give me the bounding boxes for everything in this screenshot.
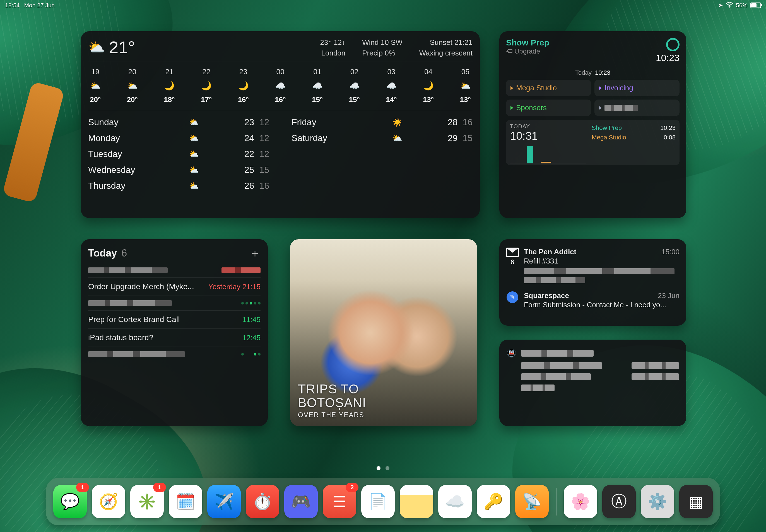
weather-hour: 02☁️15° [349, 66, 360, 105]
dock-app-overcast[interactable]: 📡 [515, 485, 549, 518]
weather-now-icon: ⛅ [88, 39, 105, 55]
badge: 1 [76, 483, 89, 492]
weather-hour: 22🌙17° [201, 66, 212, 105]
timery-elapsed: 10:23 [656, 52, 680, 63]
timery-tile-mega[interactable]: Mega Studio [506, 80, 591, 96]
mail-unread-count: 6 [511, 258, 514, 266]
dock-app-app-library[interactable]: ▦ [679, 485, 713, 518]
timery-stat-label: TODAY [510, 123, 586, 130]
weather-day-row: Monday⛅2412 [88, 130, 269, 146]
authy-icon: Ⓐ [611, 491, 627, 512]
dock-app-castro[interactable]: ☁️ [438, 485, 472, 518]
spark-icon: ✈️ [214, 492, 234, 511]
timery-tile-invoicing[interactable]: Invoicing [595, 80, 680, 96]
mail-item[interactable]: 6 The Pen Addict15:00 Refill #331 [506, 245, 680, 287]
dock-app-timery[interactable]: ⏱️ [246, 485, 279, 518]
timery-entry: Mega Studio0:08 [592, 133, 676, 142]
weather-day-row: Wednesday⛅2515 [88, 162, 269, 178]
draft-icon: ✎ [507, 291, 518, 303]
weather-hour: 03☁️14° [386, 66, 397, 105]
mail-from: Squarespace [524, 291, 569, 300]
weather-hour: 01☁️15° [312, 66, 323, 105]
dock-app-fantastical[interactable]: 🗓️ [169, 485, 202, 518]
reminder-item[interactable] [88, 347, 260, 361]
dock-app-1password[interactable]: 🔑 [477, 485, 510, 518]
weather-day-row: Tuesday⛅2212 [88, 146, 269, 162]
reminder-item[interactable]: Prep for Cortex Brand Call11:45 [88, 310, 260, 328]
mail-item[interactable]: ✎ Squarespace23 Jun Form Submission - Co… [506, 287, 680, 311]
page-dots[interactable] [376, 466, 390, 470]
dock-app-safari[interactable]: 🧭 [92, 485, 125, 518]
castro-icon: ☁️ [445, 492, 465, 511]
svg-point-0 [729, 6, 730, 8]
timery-today-row: Today 10:23 [506, 66, 680, 78]
safari-icon: 🧭 [99, 492, 118, 511]
reminders-widget[interactable]: Today 6 ＋ Order Upgrade Merch (Myke...Ye… [81, 239, 268, 426]
weather-day-row: Thursday⛅2616 [88, 178, 269, 194]
dock-app-photos[interactable]: 🌸 [564, 485, 597, 518]
overcast-icon: 📡 [522, 492, 542, 511]
dock-app-discord[interactable]: 🎮 [284, 485, 318, 518]
photos-widget[interactable]: TRIPS TOBOTOȘANI OVER THE YEARS [290, 239, 477, 426]
page-dot[interactable] [386, 466, 390, 470]
weather-widget[interactable]: ⛅ 21° 23↑ 12↓ London Wind 10 SW Precip 0… [81, 31, 480, 218]
photo-caption: TRIPS TOBOTOȘANI OVER THE YEARS [298, 382, 469, 419]
weather-sunset: Sunset 21:21 [419, 37, 473, 48]
timery-project: 🏷 Upgrade [506, 47, 549, 55]
reminder-item[interactable]: Order Upgrade Merch (Myke...Yesterday 21… [88, 277, 260, 296]
dock-app-settings[interactable]: ⚙️ [641, 485, 674, 518]
timery-bar-chart [510, 142, 586, 163]
page-dot[interactable] [376, 466, 380, 470]
reminder-item[interactable] [88, 263, 260, 277]
fantastical-icon: 🗓️ [176, 492, 195, 511]
timery-icon: ⏱️ [253, 492, 272, 511]
transit-line [507, 371, 679, 382]
mail-widget[interactable]: 6 The Pen Addict15:00 Refill #331 ✎ Squa… [499, 239, 686, 326]
timery-widget[interactable]: Show Prep 🏷 Upgrade 10:23 Today 10:23 Me… [499, 31, 686, 218]
badge: 2 [345, 483, 358, 492]
dock-app-todoist[interactable]: ☰2 [323, 485, 356, 518]
weather-hour: 20⛅20° [127, 66, 138, 105]
transit-widget[interactable]: 🚇 [499, 340, 686, 426]
weather-hilow: 23↑ 12↓ [320, 37, 345, 48]
status-date: Mon 27 Jun [24, 2, 55, 9]
photos-icon: 🌸 [571, 492, 590, 511]
app-library-icon: ▦ [689, 493, 704, 511]
timery-tile-redacted[interactable] [595, 100, 680, 116]
dock-app-docs[interactable]: 📄 [361, 485, 395, 518]
mail-time: 23 Jun [658, 291, 680, 300]
discord-icon: 🎮 [291, 492, 311, 511]
reminder-item[interactable] [88, 296, 260, 310]
messages-icon: 💬 [60, 492, 80, 511]
dock: 💬1🧭✳️1🗓️✈️⏱️🎮☰2📄☁️🔑📡🌸Ⓐ⚙️▦ [46, 478, 720, 525]
weather-day-row: Saturday⛅2915 [291, 130, 473, 146]
dock-app-notes[interactable] [400, 485, 433, 518]
reminders-title: Today [88, 247, 117, 259]
weather-day-row: Sunday⛅2312 [88, 114, 269, 130]
transit-line [507, 382, 679, 393]
battery-pct: 56% [736, 2, 748, 9]
reminders-count: 6 [121, 247, 127, 259]
transit-header: 🚇 [507, 346, 679, 360]
timery-tile-sponsors[interactable]: Sponsors [506, 100, 591, 116]
timer-ring-icon [666, 38, 680, 51]
dock-separator [556, 488, 557, 516]
mail-from: The Pen Addict [524, 248, 576, 256]
docs-icon: 📄 [368, 492, 388, 511]
status-time: 18:54 [5, 2, 20, 9]
weather-hour: 04🌙13° [423, 66, 434, 105]
weather-hour: 19⛅20° [90, 66, 101, 105]
timery-entry: Show Prep10:23 [592, 123, 676, 133]
dock-app-spark[interactable]: ✈️ [207, 485, 241, 518]
slack-icon: ✳️ [137, 492, 157, 511]
mail-icon [506, 248, 519, 257]
train-icon: 🚇 [507, 349, 516, 358]
dock-app-messages[interactable]: 💬1 [53, 485, 87, 518]
reminder-item[interactable]: iPad status board?12:45 [88, 328, 260, 347]
weather-precip: Precip 0% [362, 48, 403, 59]
dock-app-slack[interactable]: ✳️1 [130, 485, 164, 518]
reminders-add-button[interactable]: ＋ [249, 245, 260, 261]
location-icon: ➤ [718, 2, 723, 9]
badge: 1 [153, 483, 166, 492]
dock-app-authy[interactable]: Ⓐ [602, 485, 636, 518]
